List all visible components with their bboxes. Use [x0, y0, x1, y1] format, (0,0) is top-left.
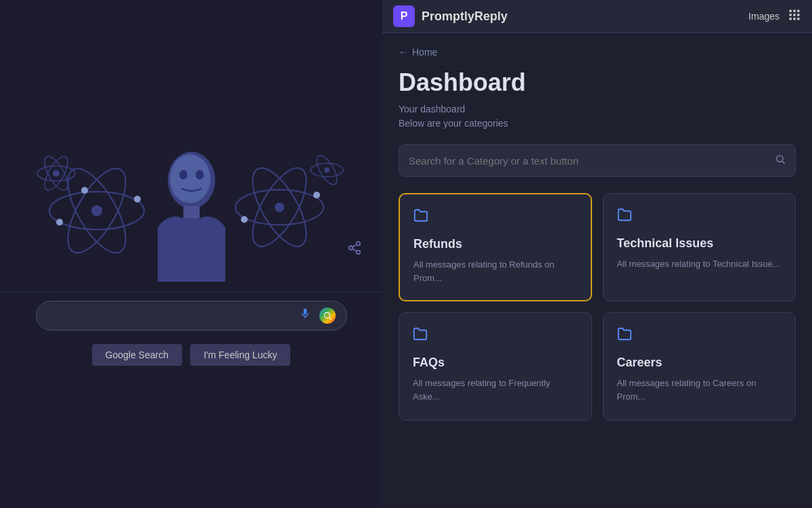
category-desc-careers: All messages relating to Careers on Prom…	[617, 377, 782, 403]
category-card-careers[interactable]: Careers All messages relating to Careers…	[603, 312, 796, 421]
svg-point-25	[357, 242, 361, 246]
feeling-lucky-button[interactable]: I'm Feeling Lucky	[190, 344, 291, 366]
microphone-icon[interactable]	[299, 306, 311, 324]
svg-rect-35	[790, 14, 792, 16]
page-title: Dashboard	[399, 68, 796, 97]
svg-point-15	[313, 192, 320, 198]
lens-icon[interactable]	[319, 308, 336, 324]
breadcrumb: ← Home	[399, 47, 796, 58]
category-card-technical-issues[interactable]: Technical Issues All messages relating t…	[603, 193, 796, 301]
search-buttons-group: Google Search I'm Feeling Lucky	[36, 344, 347, 366]
folder-icon-faqs	[413, 326, 578, 345]
svg-point-16	[241, 216, 248, 223]
svg-rect-32	[790, 9, 792, 12]
panel-content: ← Home Dashboard Your dashboard Below ar…	[382, 33, 812, 508]
google-search-input[interactable]	[47, 310, 299, 322]
svg-point-5	[56, 219, 63, 226]
category-search-bar[interactable]	[399, 144, 796, 177]
category-card-refunds[interactable]: Refunds All messages relating to Refunds…	[399, 193, 592, 301]
promptly-panel: P PromptlyReply Images	[382, 0, 812, 508]
back-arrow-icon[interactable]: ←	[399, 47, 408, 58]
grid-icon[interactable]	[788, 8, 801, 25]
svg-point-21	[170, 154, 210, 203]
category-title-careers: Careers	[617, 356, 782, 370]
category-title-faqs: FAQs	[413, 356, 578, 370]
svg-rect-22	[183, 206, 200, 218]
category-desc-technical: All messages relating to Technical Issue…	[617, 257, 782, 271]
svg-point-10	[53, 170, 60, 177]
brand-logo-area: P PromptlyReply	[393, 5, 508, 27]
category-title-technical: Technical Issues	[617, 236, 782, 251]
google-doodle	[36, 143, 347, 278]
category-grid: Refunds All messages relating to Refunds…	[399, 193, 796, 421]
svg-rect-36	[793, 14, 795, 16]
svg-point-6	[81, 187, 88, 194]
subtitle-line2: Below are your categories	[399, 117, 796, 131]
svg-line-31	[329, 317, 331, 319]
svg-rect-34	[797, 9, 799, 12]
google-search-area: Google Search I'm Feeling Lucky	[36, 301, 347, 366]
svg-rect-38	[790, 18, 792, 20]
google-search-button[interactable]: Google Search	[92, 344, 182, 366]
svg-rect-39	[793, 18, 795, 20]
svg-point-23	[179, 170, 187, 179]
header-right: Images	[748, 8, 801, 25]
share-icon[interactable]	[347, 240, 362, 474]
brand-logo: P	[393, 5, 415, 27]
svg-line-42	[782, 161, 785, 164]
svg-line-29	[353, 245, 357, 247]
google-search-box[interactable]	[36, 301, 347, 331]
svg-point-14	[275, 203, 284, 212]
panel-header: P PromptlyReply Images	[382, 0, 812, 33]
svg-rect-40	[797, 18, 799, 20]
subtitle-line1: Your dashboard	[399, 102, 796, 117]
category-desc-refunds: All messages relating to Refunds on Prom…	[413, 258, 577, 284]
svg-point-24	[196, 170, 204, 179]
svg-point-30	[324, 312, 330, 318]
search-bar-icon	[775, 154, 786, 167]
svg-point-27	[357, 251, 361, 255]
category-title-refunds: Refunds	[413, 237, 577, 251]
category-card-faqs[interactable]: FAQs All messages relating to Frequently…	[399, 312, 592, 421]
page-subtitle: Your dashboard Below are your categories	[399, 102, 796, 131]
svg-line-28	[353, 249, 357, 251]
svg-point-3	[91, 205, 102, 216]
folder-icon-technical	[617, 207, 782, 226]
images-link[interactable]: Images	[748, 11, 780, 22]
svg-rect-37	[797, 14, 799, 16]
folder-icon-refunds	[413, 208, 577, 226]
svg-point-19	[324, 167, 330, 173]
brand-name: PromptlyReply	[422, 9, 508, 24]
svg-point-4	[134, 196, 141, 203]
svg-point-26	[349, 246, 353, 250]
breadcrumb-home-label: Home	[412, 47, 437, 58]
category-search-input[interactable]	[409, 155, 775, 167]
folder-icon-careers	[617, 326, 782, 345]
category-desc-faqs: All messages relating to Frequently Aske…	[413, 377, 578, 403]
svg-point-41	[777, 156, 783, 162]
svg-rect-33	[793, 9, 795, 12]
google-page: Google Search I'm Feeling Lucky	[0, 0, 382, 508]
